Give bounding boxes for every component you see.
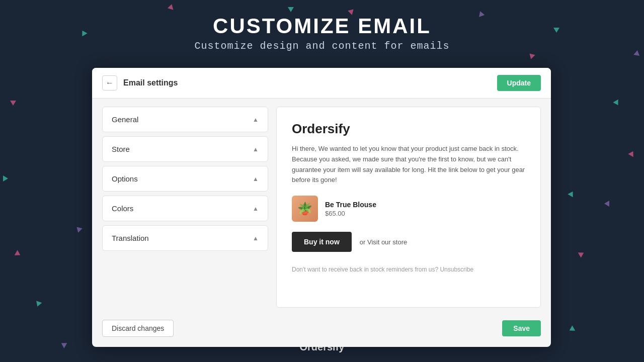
chevron-up-icon: ▲	[253, 116, 259, 123]
modal-title: Email settings	[123, 78, 178, 87]
cta-row: Buy it now or Visit our store	[292, 232, 525, 252]
deco-tri	[568, 325, 576, 333]
deco-tri	[3, 175, 8, 182]
back-button[interactable]: ←	[102, 75, 117, 90]
preview-brand: Ordersify	[292, 121, 525, 137]
email-settings-modal: ← Email settings Update General ▲ Store …	[92, 68, 551, 347]
deco-tri	[568, 190, 575, 198]
sidebar-item-options[interactable]: Options ▲	[102, 166, 268, 192]
deco-tri	[74, 225, 83, 233]
deco-tri	[604, 201, 609, 207]
sidebar-item-label-options: Options	[112, 174, 138, 183]
deco-tri	[35, 301, 42, 308]
visit-store-link: or Visit our store	[360, 238, 407, 246]
unsubscribe-text: Don't want to receive back in stock remi…	[292, 266, 525, 273]
discard-button[interactable]: Discard changes	[102, 320, 174, 337]
modal-header: ← Email settings Update	[92, 68, 551, 99]
sidebar-item-translation[interactable]: Translation ▲	[102, 225, 268, 251]
page-subtitle: Customize design and content for emails	[0, 40, 644, 52]
buy-button[interactable]: Buy it now	[292, 232, 352, 252]
chevron-up-icon: ▲	[253, 235, 259, 242]
sidebar-item-store[interactable]: Store ▲	[102, 136, 268, 162]
sidebar-item-label-general: General	[112, 115, 138, 124]
deco-tri	[613, 100, 620, 107]
product-name: Be True Blouse	[325, 201, 376, 209]
deco-tri	[15, 250, 22, 257]
modal-body: General ▲ Store ▲ Options ▲ Colors ▲ Tra…	[92, 99, 551, 316]
modal-header-left: ← Email settings	[102, 75, 178, 90]
page-header: CUSTOMIZE EMAIL Customize design and con…	[0, 0, 644, 60]
sidebar-item-label-store: Store	[112, 145, 130, 153]
chevron-up-icon: ▲	[253, 175, 259, 183]
modal-footer: Discard changes Save	[92, 320, 551, 337]
deco-tri	[628, 150, 635, 157]
settings-sidebar: General ▲ Store ▲ Options ▲ Colors ▲ Tra…	[102, 107, 268, 308]
product-price: $65.00	[325, 210, 376, 217]
update-button[interactable]: Update	[497, 75, 541, 91]
chevron-up-icon: ▲	[253, 205, 259, 212]
email-preview: Ordersify Hi there, We wanted to let you…	[276, 107, 541, 308]
chevron-up-icon: ▲	[253, 146, 259, 153]
save-button[interactable]: Save	[502, 320, 541, 336]
sidebar-item-general[interactable]: General ▲	[102, 107, 268, 132]
page-title: CUSTOMIZE EMAIL	[0, 14, 644, 38]
product-image: 🪴	[292, 196, 318, 222]
sidebar-item-colors[interactable]: Colors ▲	[102, 196, 268, 221]
sidebar-item-label-colors: Colors	[112, 204, 133, 213]
sidebar-item-label-translation: Translation	[112, 234, 149, 242]
product-card: 🪴 Be True Blouse $65.00	[292, 196, 525, 222]
preview-body: Hi there, We wanted to let you know that…	[292, 144, 525, 186]
deco-tri	[10, 101, 16, 106]
product-info: Be True Blouse $65.00	[325, 201, 376, 217]
deco-tri	[578, 250, 586, 257]
